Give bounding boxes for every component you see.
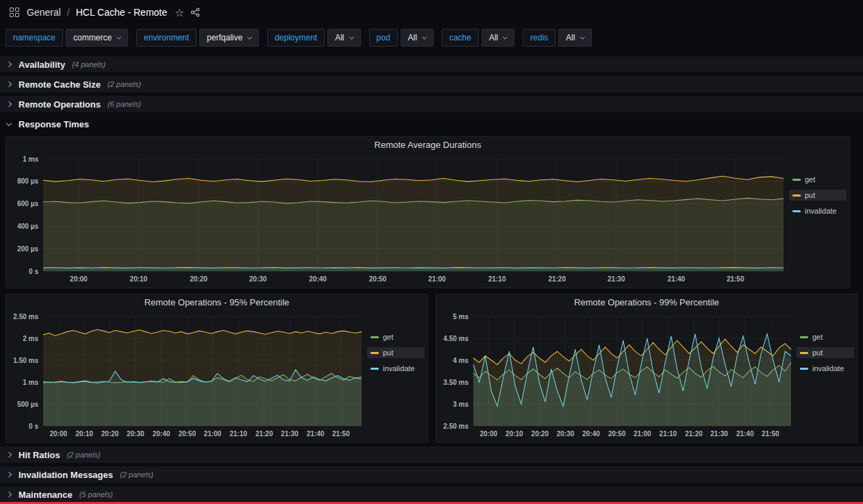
- svg-text:3 ms: 3 ms: [453, 401, 468, 408]
- svg-text:800 µs: 800 µs: [17, 177, 38, 185]
- svg-text:21:00: 21:00: [634, 430, 651, 438]
- svg-text:1.50 ms: 1.50 ms: [13, 357, 38, 364]
- svg-text:0 s: 0 s: [29, 423, 38, 430]
- chevron-down-icon: [349, 34, 353, 39]
- svg-text:20:10: 20:10: [75, 430, 93, 438]
- legend-item-invalidate[interactable]: invalidate: [367, 363, 425, 374]
- time-series-chart[interactable]: 0 s200 µs400 µs600 µs800 µs1 ms20:0020:1…: [10, 153, 789, 285]
- legend-series-label: invalidate: [383, 364, 414, 373]
- legend-item-get[interactable]: get: [367, 331, 425, 342]
- legend-series-swatch: [792, 194, 801, 197]
- svg-text:3.50 ms: 3.50 ms: [443, 379, 468, 386]
- legend-series-swatch: [800, 336, 808, 338]
- var-deployment-label: deployment: [267, 29, 325, 47]
- panel-title[interactable]: Remote Operations - 95% Percentile: [6, 294, 427, 311]
- var-pod-label: pod: [369, 29, 398, 47]
- svg-text:21:40: 21:40: [736, 430, 754, 438]
- legend-series-label: invalidate: [812, 364, 844, 373]
- svg-text:20:20: 20:20: [531, 430, 549, 438]
- row-title: Remote Cache Size: [18, 79, 101, 90]
- row-panel-count: (5 panels): [79, 490, 113, 499]
- svg-text:20:50: 20:50: [178, 430, 196, 438]
- row-response-times[interactable]: Response Times: [0, 116, 863, 132]
- svg-text:21:50: 21:50: [727, 275, 745, 283]
- legend-item-put[interactable]: put: [367, 347, 425, 358]
- var-cache-value: All: [489, 33, 498, 42]
- var-environment-dropdown[interactable]: perfqalive: [199, 29, 259, 47]
- dashboard-title[interactable]: HCL Cache - Remote: [76, 7, 167, 18]
- row-panel-count: (2 panels): [120, 470, 153, 479]
- var-environment-value: perfqalive: [207, 33, 242, 42]
- var-redis-value: All: [566, 33, 575, 42]
- legend-series-swatch: [371, 352, 379, 354]
- share-icon[interactable]: [190, 8, 200, 17]
- svg-text:20:40: 20:40: [582, 430, 600, 438]
- legend-item-get[interactable]: get: [797, 331, 854, 342]
- legend-series-label: put: [805, 191, 815, 199]
- svg-text:20:20: 20:20: [101, 430, 119, 438]
- svg-text:21:40: 21:40: [307, 430, 325, 438]
- row-panel-count: (2 panels): [108, 80, 141, 88]
- var-namespace-value: commerce: [73, 33, 112, 42]
- var-namespace-dropdown[interactable]: commerce: [66, 29, 128, 47]
- svg-text:20:30: 20:30: [249, 275, 267, 283]
- panel-title[interactable]: Remote Operations - 99% Percentile: [436, 294, 857, 311]
- var-pod-value: All: [408, 33, 417, 42]
- svg-text:21:00: 21:00: [428, 275, 446, 283]
- svg-text:200 µs: 200 µs: [17, 245, 38, 253]
- row-invalidation-messages[interactable]: Invalidation Messages (2 panels): [0, 466, 863, 483]
- svg-text:21:20: 21:20: [255, 430, 273, 438]
- svg-text:21:30: 21:30: [281, 430, 299, 438]
- panel-title[interactable]: Remote Average Durations: [6, 137, 849, 153]
- svg-text:5 ms: 5 ms: [453, 313, 468, 320]
- svg-text:20:30: 20:30: [557, 430, 575, 438]
- var-cache-dropdown[interactable]: All: [481, 29, 514, 47]
- row-hit-ratios[interactable]: Hit Ratios (2 panels): [0, 446, 863, 463]
- legend-series-label: put: [383, 349, 393, 357]
- svg-text:2.50 ms: 2.50 ms: [13, 313, 38, 320]
- legend-series-swatch: [371, 336, 379, 338]
- response-times-panels: Remote Average Durations 0 s200 µs400 µs…: [0, 132, 863, 443]
- row-remote-operations[interactable]: Remote Operations (6 panels): [0, 96, 863, 112]
- svg-text:20:20: 20:20: [190, 275, 208, 283]
- chevron-right-icon: [6, 62, 12, 67]
- svg-text:21:10: 21:10: [660, 430, 677, 438]
- row-maintenance[interactable]: Maintenance (5 panels): [0, 486, 863, 503]
- chart-legend: getputinvalidate: [797, 311, 854, 440]
- var-pod-dropdown[interactable]: All: [401, 29, 434, 47]
- time-series-chart[interactable]: 0 s500 µs1 ms1.50 ms2 ms2.50 ms20:0020:1…: [10, 311, 367, 440]
- time-series-chart[interactable]: 2.50 ms3 ms3.50 ms4 ms4.50 ms5 ms20:0020…: [440, 311, 797, 440]
- row-title: Maintenance: [18, 490, 73, 500]
- legend-series-swatch: [800, 352, 808, 354]
- svg-text:500 µs: 500 µs: [17, 401, 38, 408]
- dashboards-grid-icon[interactable]: [10, 8, 19, 17]
- svg-text:21:50: 21:50: [332, 430, 350, 438]
- svg-text:4 ms: 4 ms: [453, 357, 468, 364]
- legend-item-put[interactable]: put: [797, 347, 854, 358]
- row-availability[interactable]: Availability (4 panels): [0, 56, 863, 73]
- var-deployment-value: All: [335, 33, 344, 42]
- svg-text:21:40: 21:40: [668, 275, 686, 283]
- var-redis-dropdown[interactable]: All: [558, 29, 591, 47]
- svg-text:400 µs: 400 µs: [17, 223, 38, 230]
- row-title: Invalidation Messages: [18, 470, 113, 480]
- var-cache-label: cache: [442, 29, 479, 47]
- top-navigation-bar: General / HCL Cache - Remote ☆: [0, 0, 863, 25]
- chevron-down-icon: [580, 34, 585, 39]
- legend-item-put[interactable]: put: [789, 190, 847, 201]
- svg-text:20:00: 20:00: [50, 430, 68, 438]
- legend-item-get[interactable]: get: [789, 174, 847, 185]
- legend-item-invalidate[interactable]: invalidate: [789, 205, 847, 216]
- svg-text:20:00: 20:00: [70, 275, 88, 283]
- svg-text:1 ms: 1 ms: [23, 379, 38, 386]
- breadcrumb-folder[interactable]: General: [27, 7, 61, 18]
- legend-item-invalidate[interactable]: invalidate: [797, 363, 854, 374]
- row-remote-cache-size[interactable]: Remote Cache Size (2 panels): [0, 76, 863, 92]
- svg-text:20:50: 20:50: [608, 430, 626, 438]
- chevron-down-icon: [6, 120, 12, 125]
- svg-text:20:50: 20:50: [369, 275, 387, 283]
- var-deployment-dropdown[interactable]: All: [327, 29, 360, 47]
- panel-remote-average-durations: Remote Average Durations 0 s200 µs400 µs…: [5, 136, 850, 288]
- svg-text:20:40: 20:40: [153, 430, 171, 438]
- star-favorite-icon[interactable]: ☆: [175, 6, 184, 19]
